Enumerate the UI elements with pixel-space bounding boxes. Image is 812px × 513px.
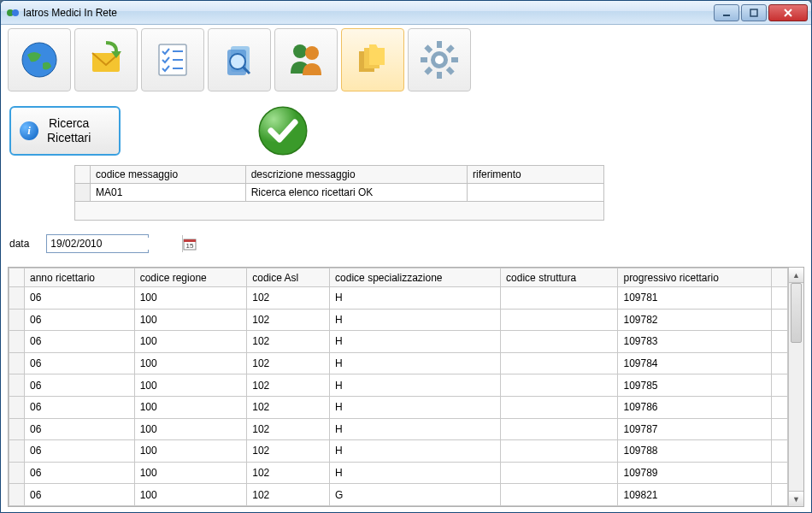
scroll-down-arrow[interactable]: ▼ xyxy=(789,491,803,506)
svg-rect-2 xyxy=(723,15,730,16)
results-cell-asl: 102 xyxy=(247,331,330,353)
toolbar-search-button[interactable] xyxy=(208,28,271,91)
results-col-prog[interactable]: progressivo ricettario xyxy=(618,268,772,287)
scroll-up-arrow[interactable]: ▲ xyxy=(789,268,803,283)
results-cell-anno: 06 xyxy=(25,396,135,418)
success-check-icon xyxy=(257,105,309,156)
data-label: data xyxy=(9,238,29,250)
close-button[interactable] xyxy=(768,4,808,21)
results-cell-asl: 102 xyxy=(247,374,330,397)
window-title: Iatros Medici In Rete xyxy=(23,7,712,19)
results-cell-asl: 102 xyxy=(247,418,330,440)
svg-rect-22 xyxy=(446,44,455,53)
results-cell-regione: 100 xyxy=(134,440,247,463)
results-cell-blank xyxy=(772,374,788,397)
results-row[interactable]: 06100102H109782 xyxy=(9,309,788,331)
data-input[interactable] xyxy=(47,238,182,250)
results-col-blank xyxy=(772,268,788,287)
toolbar-settings-button[interactable] xyxy=(408,28,471,91)
results-cell-spec: H xyxy=(330,331,501,353)
results-cell-blank xyxy=(772,287,788,310)
results-row[interactable]: 06100102G109821 xyxy=(9,484,788,506)
results-cell-prog: 109821 xyxy=(618,484,772,506)
results-row[interactable]: 06100102H109788 xyxy=(9,440,788,463)
action-row: i Ricerca Ricettari xyxy=(6,95,806,165)
checklist-icon xyxy=(152,39,193,80)
results-grid-wrapper: anno ricettario codice regione codice As… xyxy=(8,267,804,507)
results-cell-spec: G xyxy=(330,484,501,506)
results-cell-regione: 100 xyxy=(134,287,247,310)
message-col-descrizione[interactable]: descrizione messaggio xyxy=(245,166,467,184)
results-cell-spec: H xyxy=(330,462,501,484)
results-cell-regione: 100 xyxy=(134,396,247,418)
toolbar-mail-button[interactable] xyxy=(74,28,138,91)
results-col-spec[interactable]: codice specializzazione xyxy=(330,268,501,287)
results-cell-blank xyxy=(772,352,788,374)
results-cell-anno: 06 xyxy=(25,331,135,353)
svg-text:15: 15 xyxy=(186,242,194,250)
data-row: data 15 xyxy=(6,229,806,267)
results-row[interactable]: 06100102H109783 xyxy=(9,331,788,353)
results-row[interactable]: 06100102H109787 xyxy=(9,418,788,440)
svg-point-26 xyxy=(435,56,444,64)
results-cell-anno: 06 xyxy=(25,484,135,506)
message-row[interactable]: MA01Ricerca elenco ricettari OK xyxy=(75,184,604,202)
gear-icon xyxy=(419,39,460,80)
toolbar-globe-button[interactable] xyxy=(8,28,71,91)
results-scrollbar[interactable]: ▲ ▼ xyxy=(788,268,803,506)
results-col-strutt[interactable]: codice struttura xyxy=(501,268,618,287)
minimize-button[interactable] xyxy=(714,4,739,21)
results-cell-regione: 100 xyxy=(134,462,247,484)
svg-rect-20 xyxy=(421,57,427,62)
app-window: Iatros Medici In Rete xyxy=(0,0,812,513)
svg-rect-21 xyxy=(451,57,458,62)
results-row-header xyxy=(9,484,25,506)
results-cell-anno: 06 xyxy=(25,309,135,331)
results-cell-blank xyxy=(772,484,788,506)
message-col-riferimento[interactable]: riferimento xyxy=(468,166,604,184)
results-row[interactable]: 06100102H109784 xyxy=(9,352,788,374)
results-cell-regione: 100 xyxy=(134,484,247,506)
results-cell-spec: H xyxy=(330,418,501,440)
results-cell-asl: 102 xyxy=(247,484,330,506)
results-row-header xyxy=(9,418,25,440)
results-row-header xyxy=(9,331,25,353)
maximize-button[interactable] xyxy=(741,4,767,21)
results-cell-strutt xyxy=(501,484,618,506)
results-col-asl[interactable]: codice Asl xyxy=(247,268,330,287)
results-cell-blank xyxy=(772,396,788,418)
results-col-regione[interactable]: codice regione xyxy=(134,268,247,287)
ricerca-ricettari-button[interactable]: i Ricerca Ricettari xyxy=(9,106,121,156)
svg-rect-3 xyxy=(750,9,757,16)
results-row-header xyxy=(9,440,25,463)
calendar-icon[interactable]: 15 xyxy=(182,235,197,252)
results-cell-anno: 06 xyxy=(25,374,135,397)
scroll-track[interactable] xyxy=(789,283,803,491)
results-row[interactable]: 06100102H109789 xyxy=(9,462,788,484)
message-col-codice[interactable]: codice messaggio xyxy=(91,166,246,184)
toolbar-checklist-button[interactable] xyxy=(141,28,204,91)
results-cell-strutt xyxy=(501,309,618,331)
results-row[interactable]: 06100102H109781 xyxy=(9,287,788,310)
results-cell-prog: 109783 xyxy=(618,331,772,353)
results-cell-asl: 102 xyxy=(247,396,330,418)
results-cell-regione: 100 xyxy=(134,331,247,353)
info-icon: i xyxy=(20,121,38,140)
results-cell-spec: H xyxy=(330,440,501,463)
results-cell-strutt xyxy=(501,287,618,310)
results-row[interactable]: 06100102H109786 xyxy=(9,396,788,418)
results-cell-spec: H xyxy=(330,396,501,418)
window-controls xyxy=(712,4,808,21)
svg-point-16 xyxy=(305,46,319,60)
results-cell-prog: 109785 xyxy=(618,374,772,397)
toolbar-folders-button[interactable] xyxy=(341,28,404,91)
results-col-anno[interactable]: anno ricettario xyxy=(25,268,135,287)
results-row[interactable]: 06100102H109785 xyxy=(9,374,788,397)
results-cell-strutt xyxy=(501,418,618,440)
main-toolbar xyxy=(6,25,806,95)
results-row-header xyxy=(9,309,25,331)
results-cell-regione: 100 xyxy=(134,418,247,440)
toolbar-people-button[interactable] xyxy=(274,28,338,91)
scroll-thumb[interactable] xyxy=(791,283,802,343)
results-row-header xyxy=(9,396,25,418)
